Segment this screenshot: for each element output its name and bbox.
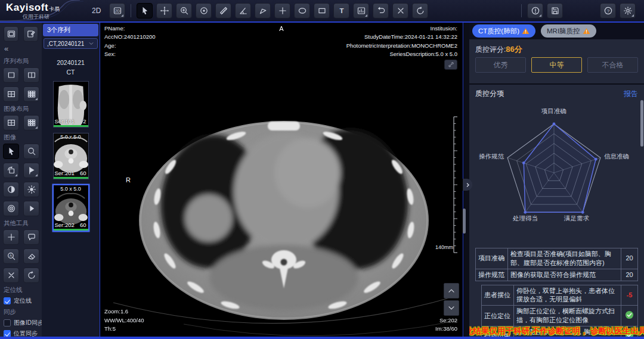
layout-3x3-button[interactable]	[23, 115, 39, 130]
target-icon	[7, 204, 16, 213]
contrast-button[interactable]	[3, 182, 19, 197]
sidebar-section-title: 定位线	[4, 286, 38, 294]
series-dropdown[interactable]: ,CT,20240121	[44, 38, 98, 49]
layout-3x3-button[interactable]	[23, 86, 39, 102]
qc-item-desc: 仰卧位，双臂上举抱头，患者体位摆放合适，无明显偏斜	[514, 285, 621, 306]
eraser-button[interactable]	[23, 248, 39, 264]
logo-subtitle: 仅用于科研	[23, 13, 49, 21]
save-button[interactable]	[547, 3, 563, 18]
ellipse-button[interactable]	[294, 3, 310, 18]
collapse-sidebar-handle[interactable]: «	[3, 44, 11, 54]
qc-item-score: -5	[621, 285, 638, 306]
sync-checkbox-row[interactable]: 位置同步	[4, 329, 39, 337]
scroll-up-button[interactable]	[444, 283, 459, 298]
crosshair-button[interactable]	[274, 3, 290, 18]
delete-button[interactable]	[3, 268, 19, 283]
qc-tab-ct[interactable]: CT质控(肺部)	[472, 24, 535, 38]
series-thumbnail[interactable]: 5.0 x 5.0Ser:20260	[53, 185, 89, 231]
layout-2col-button[interactable]	[23, 67, 39, 83]
delete-icon	[7, 270, 16, 280]
layout-2x2-icon	[7, 89, 16, 99]
ruler-button[interactable]	[215, 3, 231, 18]
toolbar-separator	[521, 4, 522, 17]
orientation-anterior-label: A	[279, 25, 283, 32]
layout-2x2-button[interactable]	[3, 115, 19, 130]
toolbar-layout-group: 2D	[109, 3, 125, 18]
link-series-button[interactable]	[444, 60, 457, 70]
locator-checkbox-row[interactable]: 定位线	[4, 297, 39, 305]
rectangle-button[interactable]	[314, 3, 330, 18]
qc-tab-mri[interactable]: MRI脑质控	[541, 24, 596, 38]
angle-button[interactable]	[235, 3, 251, 18]
sidebar-section-title: 其他工具	[4, 219, 38, 228]
reset-button[interactable]	[412, 3, 428, 18]
pointer-button[interactable]	[137, 3, 153, 18]
report-link[interactable]: 报告	[624, 89, 638, 99]
image-viewport[interactable]: PName:AccNO:2401210200Age:Sex: Institusi…	[100, 23, 463, 337]
checkbox[interactable]	[4, 297, 11, 304]
series-thumbnail[interactable]: 5.0 x 5.0Ser:20160	[53, 133, 89, 179]
panel-layout-button[interactable]	[4, 26, 18, 42]
flag-button[interactable]	[23, 163, 39, 178]
qc-subsection-title: 质控分项	[475, 89, 504, 99]
panel-expander-handle[interactable]	[463, 179, 472, 191]
delete-icon	[396, 6, 405, 15]
tab-label: MRI脑质控	[547, 27, 580, 36]
grade-button[interactable]: 中等	[531, 57, 582, 73]
zoom-in-button[interactable]	[176, 3, 192, 18]
thumbnail-progress-bar	[54, 125, 88, 127]
scroll-down-button[interactable]	[444, 300, 459, 316]
pointer-button[interactable]	[3, 144, 19, 159]
window-level-button[interactable]	[196, 3, 212, 18]
layout-2d-button[interactable]: 2D	[109, 3, 125, 18]
qc-table-row: 患者摆位仰卧位，双臂上举抱头，患者体位摆放合适，无明显偏斜-5	[482, 285, 638, 306]
sync-checkbox-row[interactable]: 图像ID同步	[4, 319, 39, 327]
settings-button[interactable]	[620, 3, 636, 18]
thumbnail-progress-bar	[54, 177, 88, 179]
grade-button[interactable]: 优秀	[475, 57, 526, 73]
alert-button[interactable]	[527, 3, 543, 18]
delete-button[interactable]	[392, 3, 408, 18]
reset-button[interactable]	[23, 268, 39, 283]
play-button[interactable]	[23, 201, 39, 216]
pass-check-icon	[625, 310, 634, 319]
bubble-button[interactable]	[23, 229, 39, 245]
ruler-scale-label: 140mm	[435, 244, 453, 250]
target-button[interactable]	[3, 201, 19, 216]
brightness-button[interactable]	[23, 182, 39, 197]
viewport-scrollbar-thumb[interactable]	[463, 209, 466, 234]
cobb-angle-button[interactable]	[255, 3, 271, 18]
ruler-icon	[219, 6, 228, 15]
text-button[interactable]: T	[333, 3, 349, 18]
pan-button[interactable]	[156, 3, 172, 18]
qc-score-cell-value: -5	[627, 291, 633, 298]
qc-main-table: 项目准确检查项目是否准确(项目如脑部、胸部、腹部是否在标准的范围内容)20操作规…	[475, 248, 638, 281]
qc-tab-strip: CT质控(肺部)MRI脑质控	[469, 23, 644, 39]
image-window-button[interactable]	[353, 3, 369, 18]
play-icon	[27, 204, 36, 213]
checkbox[interactable]	[4, 319, 11, 326]
layout-2x2-icon	[7, 118, 16, 127]
magnifier-button[interactable]	[23, 144, 39, 159]
layout-single-button[interactable]	[3, 67, 19, 83]
import-button[interactable]	[23, 26, 38, 42]
crosshair-button[interactable]	[3, 229, 19, 245]
zoom-text-button[interactable]: A	[3, 248, 19, 264]
undo-button[interactable]	[373, 3, 389, 18]
rotate-button[interactable]	[3, 163, 19, 178]
series-thumbnail[interactable]: Ser:1012	[53, 81, 89, 127]
zoom-window-overlay: Zoom:1.6WW/WL:400/40Th:5	[104, 307, 144, 333]
toolbar-tools-group: T	[137, 3, 428, 18]
window-level-icon	[199, 6, 209, 15]
patient-info-overlay: PName:AccNO:2401210200Age:Sex:	[104, 24, 156, 58]
checkbox[interactable]	[4, 330, 11, 337]
svg-text:操作规范: 操作规范	[479, 153, 504, 160]
reset-icon	[416, 6, 425, 15]
qc-panel-scrollbar-thumb[interactable]	[640, 100, 643, 147]
help-button[interactable]: ?	[600, 3, 616, 18]
layout-2x2-button[interactable]	[3, 86, 19, 102]
brightness-icon	[27, 185, 36, 194]
overlay-line: Sex:	[104, 50, 156, 58]
grade-button[interactable]: 不合格	[587, 57, 638, 73]
qc-table-row: 操作规范图像的获取是否符合操作规范20	[476, 269, 638, 281]
